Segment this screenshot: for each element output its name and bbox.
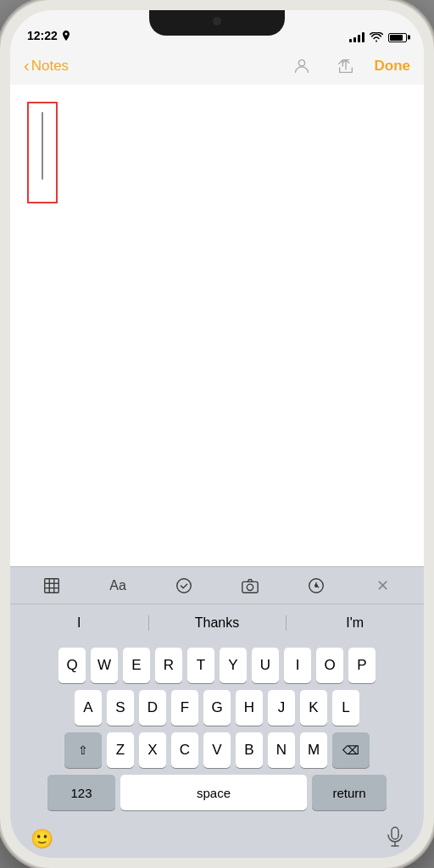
wifi-icon — [370, 32, 383, 42]
key-v[interactable]: V — [203, 732, 231, 768]
table-icon[interactable] — [36, 570, 67, 601]
svg-point-7 — [177, 578, 192, 593]
screen: 12:22 — [10, 10, 424, 858]
autocomplete-item-3[interactable]: I'm — [286, 609, 424, 637]
bottom-bar: 🙂 — [10, 821, 424, 858]
bar1 — [349, 39, 352, 42]
key-r[interactable]: R — [155, 648, 182, 683]
note-area[interactable] — [10, 85, 424, 566]
key-y[interactable]: Y — [220, 648, 247, 683]
location-icon — [62, 31, 70, 41]
key-numbers[interactable]: 123 — [47, 775, 115, 810]
back-button[interactable]: ‹ Notes — [24, 57, 69, 75]
key-a[interactable]: A — [75, 690, 102, 726]
key-b[interactable]: B — [236, 732, 263, 768]
notch — [149, 10, 285, 36]
signal-bars — [349, 32, 364, 42]
checklist-icon[interactable] — [169, 570, 199, 601]
format-label: Aa — [109, 578, 126, 593]
key-i[interactable]: I — [284, 648, 311, 683]
key-space[interactable]: space — [120, 775, 307, 810]
keyboard-close-icon[interactable]: ✕ — [367, 570, 398, 601]
svg-point-11 — [315, 584, 318, 587]
svg-rect-2 — [45, 578, 59, 593]
bar4 — [362, 32, 364, 42]
autocomplete-item-2[interactable]: Thanks — [148, 609, 287, 637]
markup-icon[interactable] — [301, 570, 331, 601]
camera-icon[interactable] — [235, 570, 265, 601]
key-u[interactable]: U — [252, 648, 279, 683]
bar3 — [358, 35, 360, 42]
phone-frame: 12:22 — [0, 0, 434, 868]
keyboard-row-1: Q W E R T Y U I O P — [14, 648, 420, 683]
keyboard-row-2: A S D F G H J K L — [14, 690, 420, 726]
key-m[interactable]: M — [300, 732, 327, 768]
svg-point-9 — [247, 584, 253, 590]
autocomplete-bar: I Thanks I'm — [10, 604, 424, 641]
key-p[interactable]: P — [348, 648, 376, 683]
mic-icon[interactable] — [387, 826, 403, 852]
key-n[interactable]: N — [268, 732, 295, 768]
nav-bar: ‹ Notes Don — [10, 47, 424, 85]
camera-dot — [213, 17, 221, 25]
text-cursor — [42, 112, 43, 180]
done-button[interactable]: Done — [375, 58, 411, 75]
chevron-left-icon: ‹ — [24, 56, 30, 75]
status-time: 12:22 — [27, 29, 58, 42]
key-return[interactable]: return — [312, 775, 387, 810]
keyboard-row-3: ⇧ Z X C V B N M ⌫ — [14, 732, 420, 768]
svg-point-0 — [64, 33, 67, 36]
svg-rect-8 — [242, 581, 258, 593]
bar2 — [353, 37, 356, 42]
key-z[interactable]: Z — [107, 732, 134, 768]
key-k[interactable]: K — [300, 690, 327, 726]
keyboard-row-4: 123 space return — [14, 775, 420, 810]
key-w[interactable]: W — [91, 648, 118, 683]
keyboard: Q W E R T Y U I O P A S D F G H J K — [10, 641, 424, 821]
share-icon[interactable] — [331, 51, 361, 81]
format-text-icon[interactable]: Aa — [103, 570, 133, 601]
key-d[interactable]: D — [139, 690, 166, 726]
key-j[interactable]: J — [268, 690, 295, 726]
status-icons — [349, 32, 407, 42]
key-h[interactable]: H — [236, 690, 263, 726]
share-note-icon[interactable] — [287, 51, 317, 81]
key-g[interactable]: G — [203, 690, 231, 726]
battery-icon — [388, 33, 407, 42]
key-o[interactable]: O — [316, 648, 343, 683]
key-l[interactable]: L — [332, 690, 359, 726]
key-t[interactable]: T — [187, 648, 214, 683]
key-delete[interactable]: ⌫ — [332, 732, 370, 768]
key-q[interactable]: Q — [58, 648, 86, 683]
back-label: Notes — [31, 58, 69, 75]
key-c[interactable]: C — [171, 732, 198, 768]
emoji-icon[interactable]: 🙂 — [31, 828, 53, 850]
key-e[interactable]: E — [123, 648, 150, 683]
key-shift[interactable]: ⇧ — [64, 732, 102, 768]
autocomplete-item-1[interactable]: I — [10, 609, 148, 637]
key-s[interactable]: S — [107, 690, 134, 726]
svg-point-1 — [298, 60, 304, 66]
keyboard-toolbar: Aa — [10, 566, 424, 604]
battery-fill — [390, 35, 403, 41]
cursor-highlight — [27, 102, 58, 203]
key-f[interactable]: F — [171, 690, 198, 726]
svg-rect-12 — [392, 827, 398, 839]
key-x[interactable]: X — [139, 732, 166, 768]
nav-right-icons: Done — [287, 51, 411, 81]
